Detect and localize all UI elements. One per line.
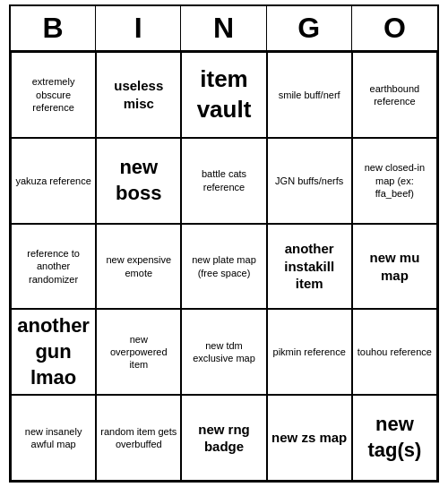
cell-text: new tdm exclusive map (185, 339, 262, 365)
bingo-cell: useless misc (96, 52, 181, 138)
cell-text: new closed-in map (ex: ffa_beef) (357, 161, 433, 200)
cell-text: earthbound reference (357, 82, 433, 108)
bingo-cell: item vault (181, 52, 266, 138)
cell-text: new mu map (357, 249, 433, 284)
cell-text: new zs map (271, 429, 347, 447)
bingo-cell: earthbound reference (352, 52, 437, 138)
bingo-cell: smile buff/nerf (267, 52, 352, 138)
header-letter: O (352, 6, 437, 50)
cell-text: extremely obscure reference (15, 75, 91, 114)
bingo-cell: extremely obscure reference (11, 52, 96, 138)
header-letter: G (267, 6, 352, 50)
cell-text: random item gets overbuffed (100, 425, 177, 451)
cell-text: item vault (185, 64, 262, 125)
bingo-cell: random item gets overbuffed (96, 395, 181, 481)
cell-text: touhou reference (358, 346, 432, 358)
bingo-cell: new zs map (267, 395, 352, 481)
bingo-cell: new mu map (352, 224, 437, 310)
cell-text: smile buff/nerf (279, 89, 340, 101)
cell-text: new insanely awful map (15, 425, 91, 451)
bingo-cell: another gun lmao (11, 309, 96, 395)
cell-text: new tag(s) (357, 412, 433, 463)
cell-text: another instakill item (271, 240, 348, 293)
bingo-cell: battle cats reference (181, 138, 266, 224)
bingo-header: BINGO (11, 6, 437, 52)
bingo-cell: new tag(s) (352, 395, 437, 481)
bingo-cell: new plate map (free space) (181, 224, 266, 310)
bingo-cell: reference to another randomizer (11, 224, 96, 310)
bingo-cell: pikmin reference (267, 309, 352, 395)
cell-text: new rng badge (185, 421, 262, 456)
cell-text: battle cats reference (185, 167, 262, 193)
cell-text: reference to another randomizer (15, 247, 91, 286)
bingo-cell: new rng badge (181, 395, 266, 481)
cell-text: another gun lmao (15, 313, 91, 390)
cell-text: yakuza reference (15, 175, 90, 187)
bingo-cell: new tdm exclusive map (181, 309, 266, 395)
cell-text: new expensive emote (100, 253, 177, 279)
bingo-grid: extremely obscure referenceuseless misci… (11, 52, 437, 481)
header-letter: N (181, 6, 266, 50)
cell-text: useless misc (100, 77, 177, 112)
bingo-card: BINGO extremely obscure referenceuseless… (9, 4, 439, 483)
bingo-cell: another instakill item (267, 224, 352, 310)
cell-text: pikmin reference (273, 346, 346, 358)
cell-text: new plate map (free space) (185, 253, 262, 279)
header-letter: I (96, 6, 181, 50)
bingo-cell: new boss (96, 138, 181, 224)
bingo-cell: new expensive emote (96, 224, 181, 310)
bingo-cell: touhou reference (352, 309, 437, 395)
bingo-cell: JGN buffs/nerfs (267, 138, 352, 224)
cell-text: new overpowered item (100, 333, 177, 372)
cell-text: JGN buffs/nerfs (275, 175, 343, 187)
bingo-cell: new insanely awful map (11, 395, 96, 481)
bingo-cell: new overpowered item (96, 309, 181, 395)
bingo-cell: yakuza reference (11, 138, 96, 224)
bingo-cell: new closed-in map (ex: ffa_beef) (352, 138, 437, 224)
header-letter: B (11, 6, 96, 50)
cell-text: new boss (100, 155, 177, 206)
